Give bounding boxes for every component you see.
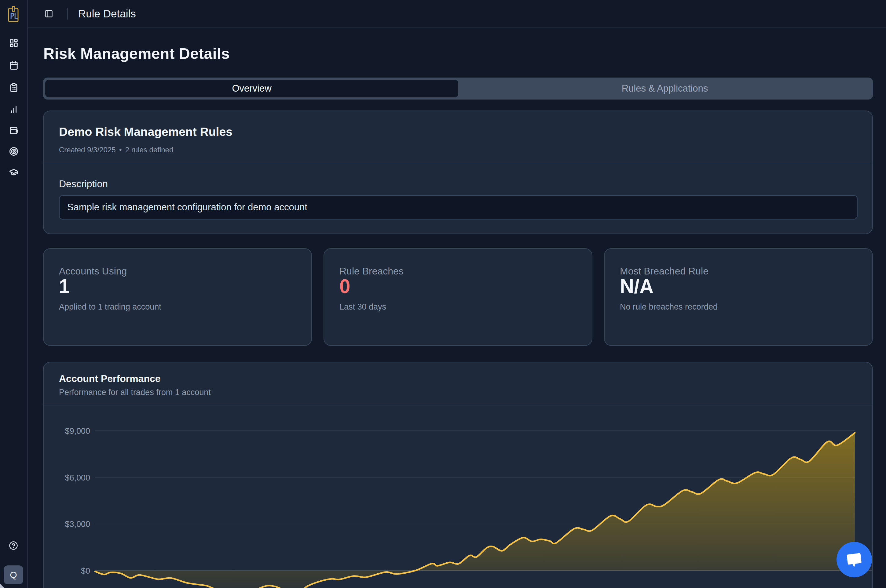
svg-text:$0: $0 — [81, 566, 90, 576]
svg-text:$9,000: $9,000 — [65, 426, 90, 436]
svg-text:$3,000: $3,000 — [65, 520, 90, 529]
svg-text:$6,000: $6,000 — [65, 473, 90, 482]
